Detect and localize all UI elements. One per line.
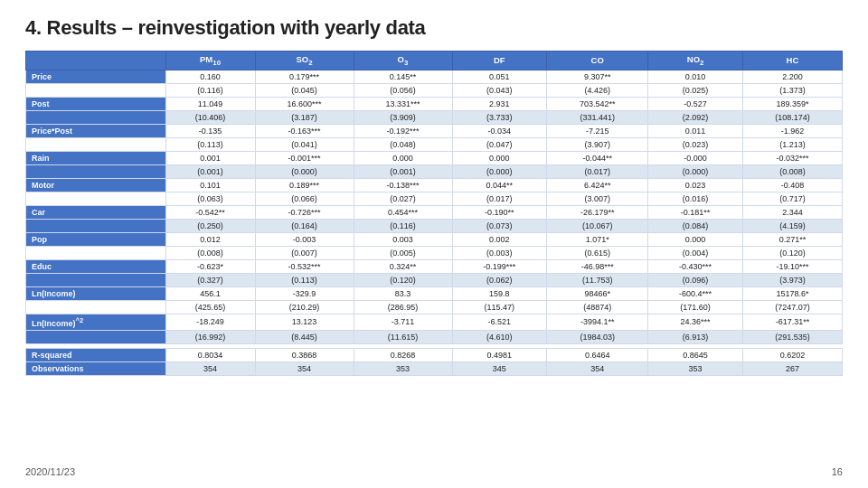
table-row: Ln(Income)^2-18.24913.123-3.711-6.521-39… (26, 314, 843, 330)
data-cell: (0.016) (648, 192, 743, 205)
data-cell: 0.044** (452, 178, 547, 192)
stat-value-cell: 267 (742, 361, 842, 375)
table-row: (0.008)(0.007)(0.005)(0.003)(0.615)(0.00… (26, 246, 843, 259)
data-cell: (6.913) (648, 330, 743, 343)
data-cell: 0.001 (165, 151, 255, 164)
page: 4. Results – reinvestigation with yearly… (0, 0, 868, 488)
footer: 2020/11/23 16 (25, 466, 843, 477)
stat-value-cell: 0.6202 (742, 348, 842, 361)
data-cell: -0.000 (648, 151, 743, 164)
data-cell: -0.192*** (354, 124, 452, 137)
data-cell: 0.160 (165, 70, 255, 83)
row-label-cell: Car (26, 205, 166, 219)
data-cell: (0.096) (648, 273, 743, 286)
data-cell: -0.001*** (255, 151, 354, 164)
data-cell: (291.535) (742, 330, 842, 343)
data-cell: (0.000) (255, 164, 354, 178)
data-cell: 0.000 (452, 151, 547, 164)
data-cell: 0.051 (452, 70, 547, 83)
data-cell: (0.116) (354, 219, 452, 232)
data-cell: -0.726*** (255, 205, 354, 219)
data-cell: (286.95) (354, 300, 452, 314)
footer-page: 16 (832, 466, 843, 477)
table-header-row: PM10SO2O3DFCONO2HC (26, 52, 843, 70)
stat-value-cell: 0.8645 (648, 348, 743, 361)
data-cell: -0.034 (452, 124, 547, 137)
row-label-cell (26, 164, 166, 178)
data-cell: (4.610) (452, 330, 547, 343)
data-cell: 0.002 (452, 232, 547, 246)
data-cell: (0.045) (255, 83, 354, 97)
data-cell: 2.200 (742, 70, 842, 83)
data-cell: 0.023 (648, 178, 743, 192)
data-cell: (0.008) (742, 164, 842, 178)
row-label-cell (26, 330, 166, 343)
stat-value-cell: 353 (648, 361, 743, 375)
data-cell: (0.017) (452, 192, 547, 205)
data-cell: 16.600*** (255, 97, 354, 110)
header-col-o3: O3 (354, 52, 452, 70)
data-cell: (0.000) (648, 164, 743, 178)
data-cell: (10.406) (165, 110, 255, 124)
data-cell: -0.163*** (255, 124, 354, 137)
row-label-cell (26, 110, 166, 124)
data-cell: (3.007) (547, 192, 648, 205)
data-cell: -0.044** (547, 151, 648, 164)
data-cell: -0.181** (648, 205, 743, 219)
data-cell: (0.007) (255, 246, 354, 259)
row-label-cell: Educ (26, 259, 166, 273)
table-row: Car-0.542**-0.726***0.454***-0.190**-26.… (26, 205, 843, 219)
data-cell: (48874) (547, 300, 648, 314)
header-col-hc: HC (742, 52, 842, 70)
data-cell: (0.047) (452, 137, 547, 151)
data-cell: -0.408 (742, 178, 842, 192)
data-cell: 15178.6* (742, 286, 842, 300)
data-cell: -0.003 (255, 232, 354, 246)
footer-date: 2020/11/23 (25, 466, 75, 477)
data-cell: 0.179*** (255, 70, 354, 83)
data-cell: -617.31** (742, 314, 842, 330)
data-cell: (3.907) (547, 137, 648, 151)
header-col-co: CO (547, 52, 648, 70)
stat-value-cell: 0.8268 (354, 348, 452, 361)
data-cell: -1.962 (742, 124, 842, 137)
data-cell: (0.025) (648, 83, 743, 97)
data-cell: -0.623* (165, 259, 255, 273)
table-row: Ln(Income)456.1-329.983.3159.898466*-600… (26, 286, 843, 300)
data-cell: (4.426) (547, 83, 648, 97)
table-row: Post11.04916.600***13.331***2.931703.542… (26, 97, 843, 110)
data-cell: 0.145** (354, 70, 452, 83)
table-row: (425.65)(210.29)(286.95)(115.47)(48874)(… (26, 300, 843, 314)
data-cell: -0.532*** (255, 259, 354, 273)
data-cell: (0.004) (648, 246, 743, 259)
data-cell: (1.373) (742, 83, 842, 97)
table-row: Rain0.001-0.001***0.0000.000-0.044**-0.0… (26, 151, 843, 164)
data-cell: (0.008) (165, 246, 255, 259)
data-cell: (7247.07) (742, 300, 842, 314)
data-cell: 13.123 (255, 314, 354, 330)
data-cell: 159.8 (452, 286, 547, 300)
data-cell: 0.271** (742, 232, 842, 246)
data-cell: (0.062) (452, 273, 547, 286)
data-cell: 2.344 (742, 205, 842, 219)
data-cell: -0.032*** (742, 151, 842, 164)
data-cell: (0.164) (255, 219, 354, 232)
data-cell: (115.47) (452, 300, 547, 314)
data-cell: (0.113) (165, 137, 255, 151)
data-cell: (0.120) (742, 246, 842, 259)
data-cell: -0.190** (452, 205, 547, 219)
stat-value-cell: 345 (452, 361, 547, 375)
row-label-cell: Ln(Income)^2 (26, 314, 166, 330)
data-cell: (0.048) (354, 137, 452, 151)
data-cell: (3.187) (255, 110, 354, 124)
data-cell: 0.454*** (354, 205, 452, 219)
data-cell: (0.327) (165, 273, 255, 286)
data-cell: (11.753) (547, 273, 648, 286)
stat-value-cell: 0.4981 (452, 348, 547, 361)
data-cell: (171.60) (648, 300, 743, 314)
data-cell: 9.307** (547, 70, 648, 83)
table-row: (0.113)(0.041)(0.048)(0.047)(3.907)(0.02… (26, 137, 843, 151)
data-cell: (0.043) (452, 83, 547, 97)
data-cell: (0.615) (547, 246, 648, 259)
data-cell: 0.011 (648, 124, 743, 137)
